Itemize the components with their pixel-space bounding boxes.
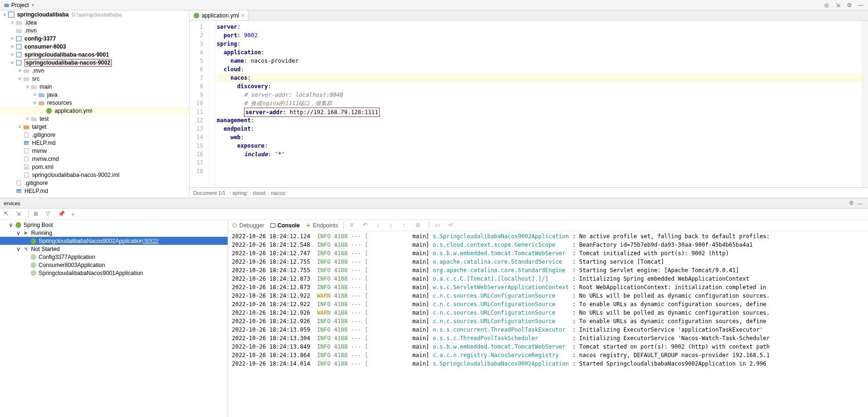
- tab-debugger[interactable]: Debugger: [232, 222, 264, 229]
- down2-icon[interactable]: ↓: [389, 222, 397, 229]
- svg-marker-35: [25, 231, 28, 235]
- tree-item-label: .gitignore: [32, 132, 55, 138]
- tree-item[interactable]: >config-3377: [0, 34, 189, 42]
- log-line: 2022-10-26 18:24:12.747 INFO 4188 --- [ …: [232, 249, 864, 258]
- tree-item[interactable]: .gitignore: [0, 179, 189, 187]
- services-item[interactable]: Consumer8003Application: [0, 261, 228, 269]
- tree-item[interactable]: >consumer-8003: [0, 42, 189, 50]
- tree-item[interactable]: mpom.xml: [0, 163, 189, 171]
- tree-item[interactable]: mvnw.cmd: [0, 155, 189, 163]
- svg-rect-1: [8, 12, 14, 17]
- services-item-port[interactable]: :9002/: [143, 238, 159, 244]
- services-item-label: Consumer8003Application: [39, 262, 105, 268]
- tree-item-label: HELP.md: [32, 140, 56, 146]
- services-item[interactable]: Config3377Application: [0, 253, 228, 261]
- minimize-icon[interactable]: —: [857, 1, 864, 9]
- svg-text:m: m: [25, 166, 28, 169]
- gutter: 123456789101112131415161718: [189, 21, 209, 187]
- code-area[interactable]: server: port: 9002spring: application: n…: [215, 21, 862, 187]
- up-icon[interactable]: ↶: [363, 222, 370, 229]
- minimize-icon[interactable]: —: [856, 199, 864, 208]
- editor-body[interactable]: 123456789101112131415161718 server: port…: [189, 21, 868, 187]
- tab-endpoints[interactable]: Endpoints: [305, 222, 338, 229]
- tree-item[interactable]: >test: [0, 115, 189, 123]
- tree-item-label: springcloudalibaba-nacos-9002.iml: [32, 172, 119, 178]
- project-tree[interactable]: v springcloudalibaba G:\springcloudaliba…: [0, 10, 189, 198]
- down-icon[interactable]: ↓: [376, 222, 384, 229]
- tree-item[interactable]: >.idea: [0, 18, 189, 26]
- log-line: 2022-10-26 18:24:12.755 INFO 4188 --- [ …: [232, 258, 864, 266]
- target-icon[interactable]: ◎: [823, 1, 830, 9]
- log-line: 2022-10-26 18:24:12.873 INFO 4188 --- [ …: [232, 275, 864, 283]
- log-line: 2022-10-26 18:24:12.926 INFO 4188 --- [ …: [232, 317, 864, 325]
- services-header: ervices ⚙ —: [0, 198, 868, 208]
- close-icon[interactable]: ×: [241, 12, 244, 19]
- project-root[interactable]: v springcloudalibaba G:\springcloudaliba…: [0, 10, 189, 18]
- services-item[interactable]: vNot Started: [0, 245, 228, 253]
- editor-tab-application-yml[interactable]: application.yml ×: [189, 10, 248, 20]
- pom-icon: m: [23, 163, 30, 171]
- gear-icon[interactable]: ⚙: [847, 199, 856, 208]
- tree-item-label: pom.xml: [32, 164, 53, 170]
- editor-tab-label: application.yml: [202, 12, 239, 19]
- gear-icon[interactable]: ⚙: [845, 1, 853, 9]
- file-icon: [23, 131, 30, 139]
- file-icon: [15, 179, 23, 187]
- breadcrumb-part[interactable]: nacos:: [271, 190, 286, 196]
- clear-icon[interactable]: ⊘: [416, 222, 423, 229]
- softwrap-icon[interactable]: ⏎: [448, 222, 456, 229]
- services-item[interactable]: vRunning: [0, 229, 228, 237]
- tree-item[interactable]: vsrc: [0, 75, 189, 83]
- tree-item-label: .idea: [25, 19, 37, 26]
- tree-item-label: mvnw: [32, 148, 47, 154]
- log-line: 2022-10-26 18:24:12.124 INFO 4188 --- [ …: [232, 232, 864, 241]
- console-tabs: Debugger Console Endpoints ≡ ↶ ↓ ↓: [228, 220, 868, 231]
- tree-item-label: java: [47, 92, 57, 98]
- svg-rect-22: [25, 133, 28, 137]
- tree-item[interactable]: >java: [0, 91, 189, 99]
- tree-item[interactable]: .gitignore: [0, 131, 189, 139]
- services-item[interactable]: SpringcloudalibabaNacos9001Application: [0, 269, 228, 277]
- tree-item[interactable]: application.yml: [0, 107, 189, 115]
- svg-rect-25: [25, 149, 28, 153]
- folder-icon: [15, 19, 23, 26]
- log-line: 2022-10-26 18:24:12.926 WARN 4188 --- [ …: [232, 309, 864, 317]
- console-output[interactable]: 2022-10-26 18:24:12.124 INFO 4188 --- [ …: [228, 231, 868, 417]
- tree-item[interactable]: vresources: [0, 99, 189, 107]
- tree-item[interactable]: >target: [0, 123, 189, 131]
- tree-item[interactable]: >springcloudalibaba-nacos-9001: [0, 50, 189, 58]
- tree-item[interactable]: MDHELP.md: [0, 187, 189, 195]
- tree-item-label: .mvn: [32, 67, 44, 74]
- tree-item[interactable]: >.mvn: [0, 67, 189, 75]
- breadcrumb-part[interactable]: cloud:: [253, 190, 266, 196]
- tree-item[interactable]: vmain: [0, 83, 189, 91]
- add-icon[interactable]: ＋: [70, 210, 78, 218]
- tree-item[interactable]: mvnw: [0, 147, 189, 155]
- collapse-icon[interactable]: ⇲: [16, 210, 24, 218]
- up2-icon[interactable]: ↑: [402, 222, 410, 229]
- folder-icon: [4, 2, 9, 8]
- svg-point-38: [31, 262, 36, 268]
- services-item-label: Spring Boot: [24, 222, 53, 228]
- tree-item[interactable]: MDHELP.md: [0, 139, 189, 147]
- pin-icon[interactable]: 📌: [58, 210, 66, 218]
- filter-icon[interactable]: ▽: [46, 210, 53, 218]
- tree-item[interactable]: .mvn: [0, 26, 189, 34]
- project-dropdown[interactable]: Project ▼: [0, 2, 39, 8]
- breadcrumb-part[interactable]: spring:: [232, 190, 248, 196]
- services-item[interactable]: vSpring Boot: [0, 221, 228, 229]
- collapse-all-icon[interactable]: ⇲: [834, 1, 842, 9]
- svg-point-33: [194, 13, 199, 18]
- services-tree[interactable]: vSpring BootvRunningSpringcloudalibabaNa…: [0, 220, 228, 417]
- tab-console[interactable]: Console: [270, 222, 300, 229]
- tree-item-label: mvnw.cmd: [32, 156, 59, 162]
- svg-point-37: [31, 254, 36, 260]
- services-item[interactable]: SpringcloudalibabaNacos9002Application :…: [0, 237, 228, 245]
- expand-icon[interactable]: ⇱: [4, 210, 11, 218]
- group-icon[interactable]: ⊞: [33, 210, 41, 218]
- layout-icon[interactable]: ▭: [435, 222, 442, 229]
- tree-item-label: .mvn: [25, 27, 37, 34]
- scroll-end-icon[interactable]: ≡: [350, 222, 357, 229]
- tree-item[interactable]: vspringcloudalibaba-nacos-9002: [0, 58, 189, 67]
- tree-item[interactable]: springcloudalibaba-nacos-9002.iml: [0, 171, 189, 179]
